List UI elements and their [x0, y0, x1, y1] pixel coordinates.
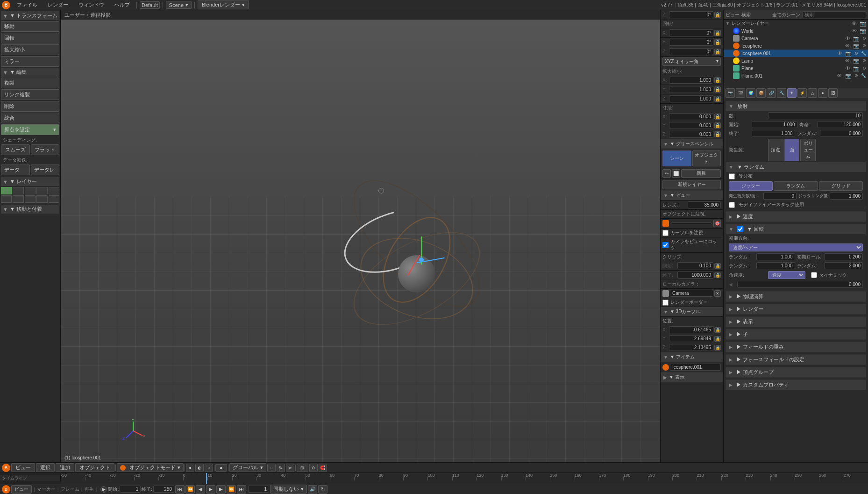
prev-frame-btn[interactable]: ⏪	[185, 485, 195, 494]
jitter-btn[interactable]: ジッター	[729, 181, 773, 191]
gp-object-btn[interactable]: オブジェクト	[692, 150, 721, 166]
ang-vel-value[interactable]: 0.000	[737, 281, 863, 288]
camera-eye-icon[interactable]: 👁	[845, 36, 850, 41]
speed-random-value[interactable]: 1.000	[756, 253, 795, 260]
emission-header[interactable]: ▼ 放射	[726, 101, 866, 111]
lock-camera-check[interactable]	[662, 242, 669, 248]
scale-z-lock[interactable]: 🔒	[714, 96, 721, 102]
count-value[interactable]: 10	[768, 112, 863, 119]
render-engine-selector[interactable]: Blenderレンダー ▾	[198, 0, 249, 9]
mirror-button[interactable]: ミラー	[1, 56, 59, 67]
gp-scene-btn[interactable]: シーン	[662, 150, 691, 166]
snap-section[interactable]: ▼ ▼ 移動と付着	[1, 205, 59, 214]
rot-y-lock[interactable]: 🔒	[714, 39, 721, 45]
force-fields-header[interactable]: ▶ ▶ フォースフィールドの設定	[726, 355, 866, 365]
gp-new-btn[interactable]: 新規	[681, 169, 721, 178]
camera-name-value[interactable]: Camera	[670, 290, 713, 297]
scale-z-value[interactable]: 1.000	[669, 95, 713, 102]
timeline-ruler[interactable]: -50-40-30-20-100102030405060708090100110…	[61, 473, 868, 484]
children-header[interactable]: ▶ ▶ 子	[726, 329, 866, 339]
layout-selector[interactable]: Default	[140, 1, 160, 9]
rotate-button[interactable]: 回転	[1, 33, 59, 43]
move-button[interactable]: 移動	[1, 21, 59, 32]
outliner-icosphere[interactable]: Icosphere 👁 📷 ⚙	[724, 42, 868, 50]
end-frame-input[interactable]	[153, 486, 174, 493]
rot-x-lock[interactable]: 🔒	[714, 30, 721, 36]
euler-dropdown[interactable]: XYZ オイラー角 ▾	[662, 57, 721, 66]
grid-icon[interactable]: ⊞	[297, 464, 308, 472]
grab-icon[interactable]: ↔	[267, 464, 276, 472]
link-dup-button[interactable]: リンク複製	[1, 89, 59, 100]
origin-dropdown[interactable]: 原点を設定 ▾	[1, 124, 59, 135]
duplicate-button[interactable]: 複製	[1, 78, 59, 88]
physics-header[interactable]: ▶ ▶ 物理演算	[726, 292, 866, 301]
object-props-icon[interactable]: 📦	[756, 88, 766, 98]
world-props-icon[interactable]: 🌍	[746, 88, 755, 98]
random-subsection[interactable]: ▼ ▼ ランダム	[726, 162, 866, 172]
delete-button[interactable]: 削除	[1, 101, 59, 112]
render-props-icon[interactable]: 📷	[726, 88, 735, 98]
life-value[interactable]: 120.000	[818, 121, 863, 128]
plane001-eye-icon[interactable]: 👁	[837, 73, 842, 79]
vertex-groups-header[interactable]: ▶ ▶ 頂点グループ	[726, 367, 866, 377]
merge-button[interactable]: 統合	[1, 113, 59, 123]
pivot-btn[interactable]: ●	[215, 464, 227, 472]
gp-new-layer-btn[interactable]: 新規レイヤー	[662, 180, 721, 189]
rot-z-value[interactable]: 0°	[669, 11, 713, 18]
display-header[interactable]: ▶ ▶ 表示	[726, 317, 866, 327]
rot-y-value[interactable]: 0°	[669, 39, 713, 46]
render-border-check[interactable]	[662, 300, 669, 306]
menu-window[interactable]: ウィンドウ	[75, 0, 108, 9]
view-menu-btn[interactable]: ビュー	[11, 463, 35, 472]
pos-y-lock[interactable]: 🔒	[714, 336, 721, 342]
render-shading-icon[interactable]: ○	[205, 464, 213, 472]
rotate-icon[interactable]: ↻	[277, 464, 285, 472]
scale-icon-btn[interactable]: ⇔	[286, 464, 294, 472]
uniform-check[interactable]	[729, 173, 735, 179]
clip-end-value[interactable]: 1000.000	[677, 272, 713, 279]
layer-10[interactable]	[49, 195, 59, 203]
pos-x-lock[interactable]: 🔒	[714, 327, 721, 333]
layer-8[interactable]	[25, 195, 36, 203]
edit-section[interactable]: ▼ ▼ 編集	[1, 68, 59, 77]
focus-obj-input[interactable]	[671, 222, 711, 224]
next-keyframe-btn[interactable]: ▶	[216, 485, 226, 494]
dynamic-check[interactable]	[811, 272, 817, 278]
outliner-icosphere-001[interactable]: Icosphere.001 👁 📷 ⚙ 🔧	[724, 50, 868, 57]
scale-button[interactable]: 拡大縮小	[1, 44, 59, 55]
outliner-world[interactable]: World 👁 📷	[724, 27, 868, 35]
rot-z-lock[interactable]: 🔒	[714, 12, 721, 18]
layer-2[interactable]	[13, 187, 23, 194]
data-button[interactable]: データ	[1, 165, 30, 175]
snap-selector[interactable]: グローバル ▾	[229, 463, 266, 472]
scale-x-value[interactable]: 1.000	[669, 77, 713, 84]
item-name-value[interactable]: Icosphere.001	[670, 364, 721, 371]
view-section[interactable]: ▼ ▼ ビュー	[661, 191, 723, 200]
menu-help[interactable]: ヘルプ	[111, 0, 134, 9]
data2-button[interactable]: データレ	[31, 165, 60, 175]
outliner-plane[interactable]: Plane 👁 📷 ⚙	[724, 64, 868, 72]
next-frame-btn[interactable]: ⏩	[227, 485, 236, 494]
ico-eye-icon[interactable]: 👁	[845, 43, 850, 49]
outliner-lamp[interactable]: Lamp 👁 📷 ⚙	[724, 57, 868, 64]
scale-y-lock[interactable]: 🔒	[714, 86, 721, 93]
solid-shading-icon[interactable]: ●	[186, 464, 194, 472]
speed-dropdown[interactable]: 速度/ヘアー	[729, 243, 863, 251]
pos-z-lock[interactable]: 🔒	[714, 345, 721, 351]
viewport[interactable]: ユーザー・透視投影	[61, 10, 660, 462]
focus-obj-btn[interactable]: 🎯	[713, 220, 721, 227]
layer-3[interactable]	[25, 187, 36, 194]
dim-y-lock[interactable]: 🔒	[714, 122, 721, 129]
sync-dropdown[interactable]: 同期しない ▾	[270, 485, 307, 494]
flat-button[interactable]: フラット	[31, 144, 60, 155]
prev-keyframe-btn[interactable]: ◀	[196, 485, 205, 494]
menu-render[interactable]: レンダー	[44, 0, 72, 9]
emit-volume-btn[interactable]: ボリューム	[800, 139, 816, 161]
gp-draw-icon[interactable]: ✏	[662, 169, 671, 178]
plane-eye-icon[interactable]: 👁	[845, 65, 850, 71]
field-weights-header[interactable]: ▶ ▶ フィールドの重み	[726, 342, 866, 352]
gp-erase-icon[interactable]: ⬜	[672, 169, 680, 178]
lamp-eye-icon[interactable]: 👁	[845, 58, 850, 64]
layer-6[interactable]	[1, 195, 12, 203]
dim-y-value[interactable]: 0.000	[669, 122, 713, 129]
